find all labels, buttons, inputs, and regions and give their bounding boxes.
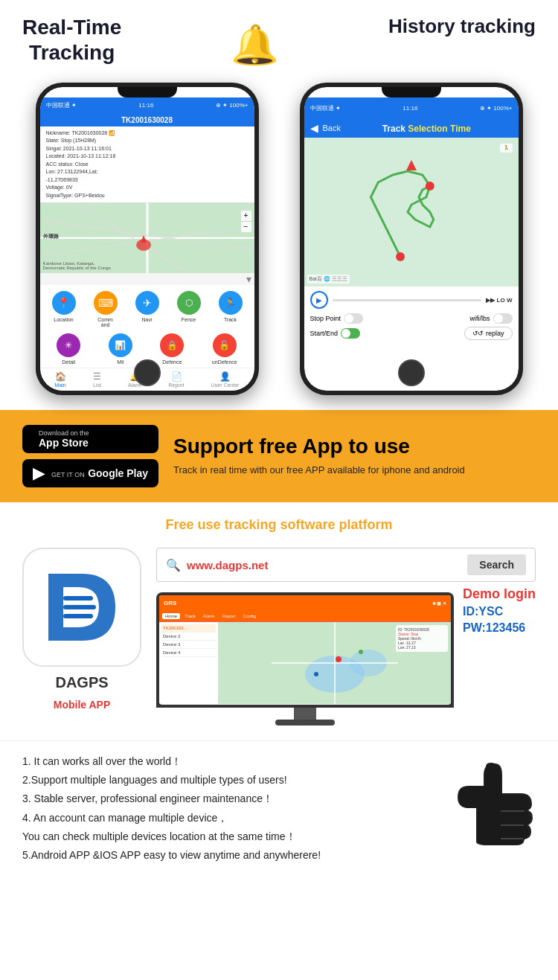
progress-bar[interactable] [333,299,482,301]
stop-point-toggle-item: Stop Point [310,313,364,324]
features-row: 1. It can works all over the world！ 2.Su… [22,752,536,865]
yellow-banner: Download on the App Store ▶ GET IT ON Go… [0,410,558,502]
svg-point-22 [336,656,341,662]
demo-login-box: Demo login ID:YSC PW:123456 [463,586,536,635]
app-logo [22,548,141,667]
phone2-notch [382,87,441,97]
search-button[interactable]: Search [467,554,526,575]
baidu-label: Bai百 🌐 三三三 [307,275,350,284]
wifi-lbs-toggle-item: wifi/lbs [469,313,512,324]
phone1-expand-row: ▾ [40,273,254,285]
gps-map-area: ID: TK2001630028 Status: Stop Speed: 0km… [219,622,451,704]
google-play-sub-label: GET IT ON [51,471,85,478]
search-icon: 🔍 [166,558,181,572]
phone1-device-id: TK2001630028 [40,114,254,126]
phone2-status-bar: 中国联通 ✦ 11:16 ⊕ ✦ 100%+ [304,97,519,118]
bell-icon-area: 🔔 [231,15,279,68]
realtime-title: Real-Time Tracking [22,15,121,65]
phone2-track-map: Bai百 🌐 三三三 🏃 [304,138,519,286]
back-button[interactable]: ◀ [310,122,318,134]
feature-item-5: 5.Android APP &IOS APP easy to view anyt… [22,846,439,865]
action-detail[interactable]: ✳ Detail [57,333,80,365]
feature-item-1: 1. It can works all over the world！ [22,752,439,771]
phone1-map: 外環路 Kambove Likasi, Katanga,Democratic R… [40,203,254,273]
gps-title-bar: GRS ⊕ ▣ ✕ [159,595,451,610]
svg-point-23 [314,672,318,676]
gps-sidebar: TK200163... Device 2 Device 3 Device 4 [159,622,219,704]
svg-point-24 [359,650,363,654]
svg-rect-14 [63,596,93,601]
playback-bar: ▶ ▶▶ LO W [310,291,513,309]
svg-rect-15 [63,605,96,609]
action-mil[interactable]: 📊 Mil [109,333,132,365]
feature-item-3: 3. Stable server, professional engineer … [22,790,439,808]
search-url: www.dagps.net [187,559,461,571]
gps-content-area: TK200163... Device 2 Device 3 Device 4 [159,622,451,704]
gps-info-panel: ID: TK2001630028 Status: Stop Speed: 0km… [396,625,448,652]
gps-sidebar-item[interactable]: Device 4 [161,649,216,657]
action-undefence[interactable]: 🔓 unDefence [212,333,237,365]
wifi-lbs-toggle[interactable] [493,313,513,324]
app-store-button[interactable]: Download on the App Store [22,425,158,453]
play-button[interactable]: ▶ [310,291,328,309]
selection-time-label: Selection Time [408,124,470,134]
replay-button[interactable]: ↺ ↺ replay [464,327,512,340]
banner-title: Support free App to use [173,435,536,458]
phone1-status-bar: 中国联通 ✦ 11:16 ⊕ ✦ 100%+ [40,97,254,114]
stop-point-toggle[interactable] [344,313,363,324]
phones-section: 中国联通 ✦ 11:16 ⊕ ✦ 100%+ TK2001630028 Nick… [0,75,558,410]
history-title: History tracking [388,15,536,38]
action-command[interactable]: ⌨ Command [94,291,118,327]
action-navi[interactable]: ✈ Navi [135,291,159,327]
google-play-button[interactable]: ▶ GET IT ON Google Play [22,459,158,487]
map-label: 外環路 [43,233,59,240]
start-end-toggle-item: Start/End [310,328,361,339]
phone1-frame: 中国联通 ✦ 11:16 ⊕ ✦ 100%+ TK2001630028 Nick… [36,83,259,395]
expand-icon[interactable]: ▾ [246,273,251,285]
wifi-lbs-label: wifi/lbs [469,315,490,322]
gps-sidebar-item[interactable]: Device 3 [161,641,216,649]
phone2-header: ◀ Back Track Selection Time [304,118,519,138]
monitor-screen: GRS ⊕ ▣ ✕ Home Track Alarm Report Config [156,592,454,708]
features-list: 1. It can works all over the world！ 2.Su… [22,752,439,865]
gps-sidebar-item[interactable]: TK200163... [161,624,216,632]
toggles-row-2: Start/End ↺ ↺ replay [310,327,513,340]
thumbs-up-icon [446,760,536,865]
features-section: 1. It can works all over the world！ 2.Su… [0,740,558,880]
toggles-row-1: Stop Point wifi/lbs [310,313,513,324]
gps-sidebar-item[interactable]: Device 2 [161,632,216,641]
action-fence[interactable]: ⬡ Fence [177,291,201,327]
platform-right: 🔍 www.dagps.net Search GRS ⊕ ▣ ✕ [156,548,536,726]
platform-content: DAGPS Mobile APP 🔍 www.dagps.net Search [22,548,536,726]
zoom-controls: + − [241,211,251,232]
phone1-info-panel: Nickname: TK2001630028 📶 State: Stop (15… [40,126,254,204]
platform-section: Free use tracking software platform DAGP… [0,502,558,740]
stop-point-label: Stop Point [310,315,341,322]
google-play-main-label: Google Play [88,467,148,479]
action-track[interactable]: 🏃 Track [219,291,243,327]
gps-tabs: Home Track Alarm Report Config [159,610,451,622]
svg-point-10 [396,252,405,261]
mobile-app-label: Mobile APP [54,699,111,711]
phone2-screen: 中国联通 ✦ 11:16 ⊕ ✦ 100%+ ◀ Back Track Sele… [304,87,519,391]
nav-user-center[interactable]: 👤 User Center [211,371,240,388]
start-end-toggle[interactable] [341,328,360,339]
nav-list[interactable]: ☰ List [93,371,101,388]
app-name-label: DAGPS [55,674,108,691]
monitor-demo-row: GRS ⊕ ▣ ✕ Home Track Alarm Report Config [156,592,536,726]
banner-description: Track in real time with our free APP ava… [173,463,536,478]
action-defence[interactable]: 🔒 Defence [160,333,184,365]
action-location[interactable]: 📍 Location [52,291,76,327]
map-place-name: Kambove Likasi, Katanga,Democratic Repub… [43,261,111,270]
feature-item-4b: You can check multiple devices location … [22,827,439,846]
history-tracking-label: History tracking [388,15,536,38]
demo-password: PW:123456 [463,621,536,635]
phone1-screen: 中国联通 ✦ 11:16 ⊕ ✦ 100%+ TK2001630028 Nick… [40,87,254,391]
phone2-home-button[interactable] [398,359,425,386]
app-store-sub-label: Download on the [39,429,89,437]
phone1-home-button[interactable] [134,359,161,386]
start-end-label: Start/End [310,330,339,337]
nav-report[interactable]: 📄 Report [169,371,185,388]
search-bar: 🔍 www.dagps.net Search [156,548,536,582]
nav-main[interactable]: 🏠 Main [55,371,66,388]
